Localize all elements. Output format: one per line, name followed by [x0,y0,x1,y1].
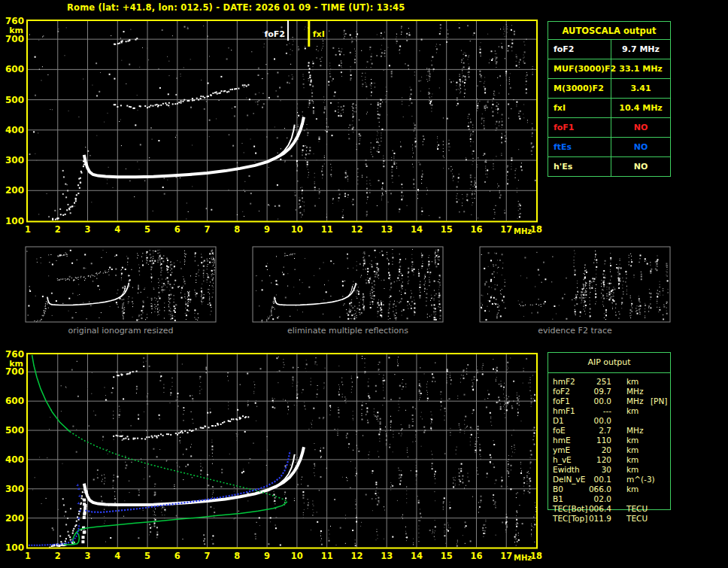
svg-text:600: 600 [5,64,24,74]
parameter-unit: km [626,406,639,416]
svg-text:km: km [9,26,23,35]
parameter-unit: km [626,377,639,387]
svg-text:16: 16 [470,551,482,561]
autoscala-row-MUF(3000)F2: MUF(3000)F233.1 MHz [548,59,670,78]
svg-text:15: 15 [441,551,453,561]
parameter-label: D1 [553,416,564,426]
parameter-value: 00.0 [574,396,611,406]
parameter-unit: km [626,436,639,445]
parameter-value: 20 [574,445,611,455]
parameter-label: M(3000)F2 [548,79,611,98]
svg-text:760: 760 [5,349,24,360]
aip-row-B1: B102.0 [548,494,670,504]
svg-text:12: 12 [350,551,362,561]
svg-text:11: 11 [321,551,333,561]
parameter-label: foF2 [548,40,611,59]
aip-row-TEC[Top]: TEC[Top]011.9TECU [548,514,670,524]
parameter-label: h'Es [548,157,611,176]
svg-text:3: 3 [85,551,91,561]
parameter-unit: TECU [626,504,648,514]
parameter-label: ymE [553,445,570,455]
autoscala-app-screen: { "title": "Rome (lat: +41.8, lon: 012.5… [0,0,728,568]
marker-label-foF2: foF2 [264,29,285,39]
svg-text:MHz: MHz [514,227,532,235]
parameter-value: 066.0 [574,484,611,494]
svg-text:1: 1 [25,551,31,561]
svg-text:13: 13 [381,224,393,235]
svg-text:8: 8 [234,224,240,235]
svg-text:11: 11 [321,224,333,235]
autoscala-table-title: AUTOSCALA output [548,22,670,39]
parameter-unit: MHz [626,426,643,436]
autoscala-row-foF2: foF29.7 MHz [548,39,670,59]
svg-text:600: 600 [5,396,24,406]
parameter-label: hmF2 [553,377,575,387]
aip-row-B0: B0066.0km [548,484,670,494]
autoscala-output-table: AUTOSCALA output foF29.7 MHzMUF(3000)F23… [548,21,671,177]
svg-text:100: 100 [5,216,24,226]
parameter-value: --- [574,406,611,416]
svg-text:9: 9 [264,224,270,235]
svg-text:1: 1 [25,224,31,235]
svg-text:200: 200 [5,513,24,524]
parameter-unit: km [626,455,639,465]
parameter-label: foF1 [548,118,611,137]
parameter-value: 00.0 [574,416,611,426]
svg-text:km: km [9,359,23,369]
svg-text:300: 300 [5,484,24,494]
aip-row-TEC[Bot]: TEC[Bot]006.4TECU [548,504,670,514]
aip-row-hmF2: hmF2251km [548,377,670,387]
svg-text:8: 8 [234,551,240,561]
autoscala-row-fxI: fxI10.4 MHz [548,98,670,117]
aip-row-foF2: foF209.7MHz [548,387,670,396]
svg-text:15: 15 [441,224,453,235]
svg-text:6: 6 [174,224,180,235]
parameter-unit: km [626,484,639,494]
caption-original-ionogram: original ionogram resized [26,326,216,336]
svg-text:100: 100 [5,542,24,553]
aip-row-foE: foE2.7MHz [548,426,670,436]
parameter-label: h_vE [553,455,572,465]
aip-row-DelN_vE: DelN_vE00.1m^(-3) [548,475,670,484]
thumb-eliminate-multiples [253,247,443,322]
svg-text:16: 16 [470,224,482,235]
parameter-value: 3.41 [611,79,670,98]
station-date-time-header: Rome (lat: +41.8, lon: 012.5) - DATE: 20… [67,2,405,13]
parameter-label: foE [553,426,566,436]
marker-label-fxI: fxI [313,29,325,39]
parameter-value: 110 [574,436,611,445]
parameter-value: 02.0 [574,494,611,504]
svg-text:5: 5 [144,551,150,561]
svg-text:5: 5 [144,224,150,235]
svg-text:4: 4 [114,551,120,561]
aip-table-rows: hmF2251kmfoF209.7MHzfoF100.0MHz[PN]hmF1-… [548,373,670,524]
svg-text:6: 6 [174,551,180,561]
parameter-label: fxI [548,99,611,117]
aip-row-D1: D100.0 [548,416,670,426]
aip-row-ymE: ymE20km [548,445,670,455]
svg-text:2: 2 [55,551,61,561]
parameter-value: 00.1 [574,475,611,484]
caption-evidence-f2: evidence F2 trace [480,326,670,336]
svg-text:17: 17 [500,551,512,561]
svg-text:300: 300 [5,155,24,166]
parameter-value: NO [611,138,670,156]
svg-text:4: 4 [114,224,120,235]
svg-text:18: 18 [530,224,542,235]
parameter-value: 2.7 [574,426,611,436]
parameter-value: 120 [574,455,611,465]
parameter-value: 9.7 MHz [611,40,670,59]
autoscala-table-rows: foF29.7 MHzMUF(3000)F233.1 MHzM(3000)F23… [548,39,670,176]
parameter-label: hmE [553,436,571,445]
parameter-value: NO [611,118,670,137]
parameter-unit: m^(-3) [626,475,655,484]
parameter-label: B0 [553,484,563,494]
aip-row-foF1: foF100.0MHz[PN] [548,396,670,406]
bottom-ionogram-plot: 123456789101112131415161718MHz7607006005… [5,349,542,562]
svg-text:9: 9 [264,551,270,561]
parameter-value: 10.4 MHz [611,99,670,117]
svg-text:400: 400 [5,125,24,135]
thumb-original-ionogram [26,247,216,322]
svg-text:7: 7 [205,224,211,235]
parameter-value: 251 [574,377,611,387]
